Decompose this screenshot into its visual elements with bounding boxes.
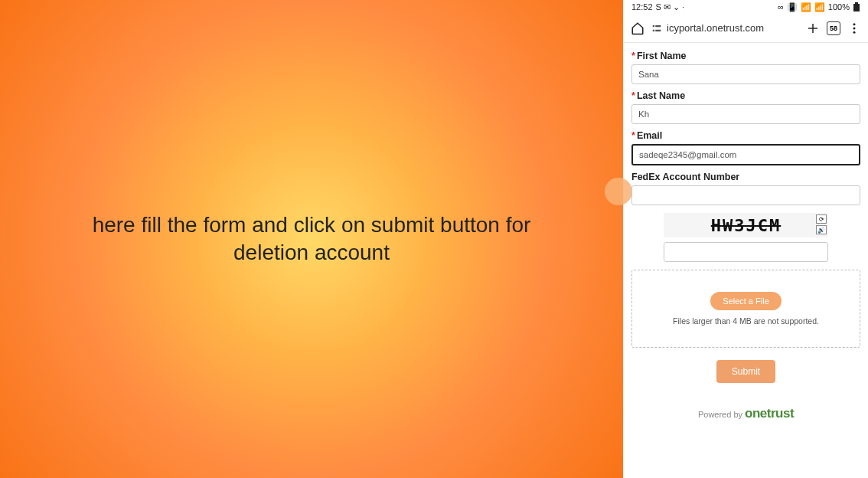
captcha-refresh-icon[interactable]: ⟳	[816, 214, 827, 224]
last-name-label: *Last Name	[631, 90, 860, 101]
phone-screen: 12:52 S ✉ ⌄ · ∞ 📳 📶 📶 100% icyportal.one…	[623, 0, 868, 478]
email-label: *Email	[631, 130, 860, 141]
captcha-text: HW3JCM	[711, 216, 781, 235]
status-indicators: S ✉ ⌄ ·	[656, 2, 685, 12]
url-display[interactable]: icyportal.onetrust.com	[651, 22, 799, 34]
status-time: 12:52	[631, 2, 653, 11]
file-upload-box[interactable]: Select a File Files larger than 4 MB are…	[631, 270, 860, 348]
vpn-icon: ∞	[778, 2, 784, 11]
tab-count[interactable]: 58	[827, 21, 840, 35]
instruction-text: here fill the form and click on submit b…	[93, 211, 531, 267]
svg-rect-2	[653, 25, 654, 26]
battery-text: 100%	[828, 2, 850, 11]
last-name-input[interactable]	[631, 104, 860, 124]
svg-point-9	[853, 27, 856, 29]
svg-rect-5	[655, 29, 661, 31]
svg-rect-4	[655, 25, 661, 26]
site-settings-icon	[651, 23, 662, 34]
select-file-button[interactable]: Select a File	[710, 292, 782, 310]
svg-point-8	[853, 23, 856, 25]
footer: Powered by onetrust	[631, 406, 860, 421]
instruction-panel: here fill the form and click on submit b…	[0, 0, 623, 478]
svg-rect-0	[853, 4, 860, 11]
vibrate-icon: 📳	[787, 2, 798, 12]
first-name-label: *First Name	[631, 51, 860, 61]
file-size-hint: Files larger than 4 MB are not supported…	[640, 316, 852, 326]
onetrust-brand: onetrust	[745, 406, 794, 421]
svg-rect-1	[855, 2, 858, 4]
captcha-section: HW3JCM ⟳ 🔊	[631, 213, 860, 262]
new-tab-icon[interactable]	[805, 21, 821, 36]
form-content: *First Name *Last Name *Email FedEx Acco…	[624, 43, 868, 478]
account-number-label: FedEx Account Number	[631, 172, 860, 182]
email-input[interactable]	[631, 144, 860, 165]
battery-icon	[853, 2, 860, 11]
status-bar: 12:52 S ✉ ⌄ · ∞ 📳 📶 📶 100%	[624, 0, 868, 14]
captcha-input[interactable]	[664, 242, 828, 262]
browser-url-bar: icyportal.onetrust.com 58	[624, 14, 868, 43]
svg-point-10	[853, 31, 856, 33]
account-number-input[interactable]	[631, 185, 860, 205]
wifi-icon: 📶	[801, 2, 811, 12]
captcha-audio-icon[interactable]: 🔊	[816, 225, 827, 234]
captcha-image: HW3JCM ⟳ 🔊	[664, 213, 828, 237]
submit-button[interactable]: Submit	[716, 360, 775, 383]
svg-rect-3	[653, 29, 654, 31]
signal-icon: 📶	[814, 2, 825, 12]
home-icon[interactable]	[630, 21, 645, 36]
first-name-input[interactable]	[631, 64, 860, 84]
menu-icon[interactable]	[847, 21, 862, 36]
